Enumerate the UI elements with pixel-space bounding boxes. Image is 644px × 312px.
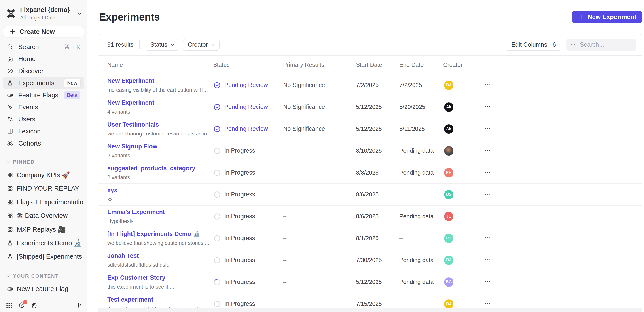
section-header-pinned[interactable]: PINNED	[0, 159, 87, 165]
creator-avatar: Ak	[444, 102, 454, 112]
sidebar-item-cohorts[interactable]: Cohorts	[3, 137, 84, 149]
notification-dot	[23, 300, 27, 304]
experiment-name-link[interactable]: New Signup Flow	[107, 143, 210, 150]
experiment-name-link[interactable]: xyx	[107, 187, 210, 194]
filter-label: Status	[150, 41, 168, 48]
sidebar-item-label: Users	[18, 116, 80, 123]
status-filter-button[interactable]: Status	[146, 39, 179, 51]
apps-grid-button[interactable]	[5, 302, 12, 310]
sidebar-pinned-item[interactable]: Company KPIs 🚀	[0, 168, 87, 182]
sidebar-item-users[interactable]: Users	[3, 113, 84, 125]
end-date-value: Pending data	[399, 279, 443, 286]
sidebar-item-label: Lexicon	[18, 128, 80, 135]
create-new-button[interactable]: Create New	[3, 26, 84, 37]
apps-icon	[5, 302, 12, 309]
sidebar-pinned-item[interactable]: Experiments Demo 🔬	[0, 236, 87, 250]
sidebar-item-discover[interactable]: Discover	[3, 65, 84, 77]
row-menu-button[interactable]	[482, 299, 492, 309]
experiment-name-link[interactable]: Emma's Experiment	[107, 209, 210, 216]
edit-columns-button[interactable]: Edit Columns · 6	[506, 39, 562, 51]
spinner-icon	[213, 278, 221, 286]
end-date-value: –	[399, 235, 443, 242]
experiment-name-link[interactable]: Exp Customer Story	[107, 274, 210, 281]
filter-label: Creator	[188, 41, 208, 48]
creator-initials: BG	[446, 280, 452, 284]
experiment-name-link[interactable]: [In Flight] Experiments Demo 🔬	[107, 230, 210, 237]
column-header-end-date[interactable]: End Date	[399, 61, 443, 68]
sidebar-item-lexicon[interactable]: Lexicon	[3, 125, 84, 137]
row-menu-button[interactable]	[482, 124, 492, 134]
sidebar-pinned-item[interactable]: FIND YOUR REPLAY	[0, 182, 87, 195]
experiment-name-link[interactable]: New Experiment	[107, 99, 210, 106]
plus-icon	[9, 28, 16, 35]
row-menu-button[interactable]	[482, 102, 492, 112]
experiment-description: xx	[107, 196, 210, 202]
sidebar-item-home[interactable]: Home	[3, 53, 84, 65]
creator-avatar	[444, 146, 454, 156]
table-search[interactable]	[566, 39, 636, 51]
sidebar-item-feature-flags[interactable]: Feature Flags Beta	[3, 89, 84, 101]
row-menu-button[interactable]	[482, 189, 492, 199]
column-header-start-date[interactable]: Start Date	[356, 61, 399, 68]
search-input[interactable]	[580, 41, 632, 48]
sidebar-item-experiments[interactable]: Experiments New	[3, 77, 84, 89]
experiment-name-link[interactable]: User Testimonials	[107, 121, 210, 128]
status-label: In Progress	[224, 279, 255, 286]
experiments-panel: 91 results Status Creator Edit Columns ·…	[98, 34, 642, 312]
sidebar-pinned-item[interactable]: 🛠 Data Overview	[0, 209, 87, 222]
section-header-your-content[interactable]: YOUR CONTENT	[0, 273, 87, 279]
creator-initials: RJ	[446, 258, 452, 263]
row-menu-button[interactable]	[482, 255, 492, 265]
creator-filter-button[interactable]: Creator	[183, 39, 220, 51]
settings-icon	[31, 302, 38, 309]
creator-avatar: DJ	[444, 299, 454, 309]
creator-avatar: DJ	[444, 81, 454, 90]
creator-avatar: RJ	[444, 256, 454, 265]
experiment-name-link[interactable]: Test experiment	[107, 296, 210, 303]
sidebar-pinned-item[interactable]: New Feature Flag	[0, 282, 87, 296]
sidebar-pinned-item[interactable]: [Shipped] Experiments Demo 🖊	[0, 250, 87, 263]
column-header-name[interactable]: Name	[107, 61, 213, 68]
collapse-sidebar-button[interactable]	[77, 302, 84, 309]
page-title: Experiments	[99, 11, 160, 23]
column-header-creator[interactable]: Creator	[443, 61, 479, 68]
row-menu-button[interactable]	[482, 80, 492, 90]
table-row: suggested_products_category 2 variants I…	[98, 162, 642, 184]
status-cell: In Progress	[213, 147, 283, 155]
table-row: New Experiment 4 variants Pending Review…	[98, 96, 642, 118]
sidebar-pinned-item[interactable]: MXP Replays 🎥	[0, 222, 87, 236]
experiment-name-link[interactable]: suggested_products_category	[107, 165, 210, 172]
table-row: Jonah Test sdfdsfdsfsdfdffdfdsfsdfdsfd I…	[98, 249, 642, 271]
project-switcher[interactable]: Fixpanel {demo} All Project Data	[0, 0, 87, 24]
status-label: In Progress	[224, 257, 255, 264]
row-menu-button[interactable]	[482, 277, 492, 287]
start-date-value: 5/12/2025	[356, 104, 399, 111]
row-menu-button[interactable]	[482, 146, 492, 156]
table-row: [In Flight] Experiments Demo 🔬 we believ…	[98, 227, 642, 249]
table-header-row: Name Status Primary Results Start Date E…	[98, 55, 642, 74]
creator-initials: DJ	[446, 302, 452, 306]
row-menu-button[interactable]	[482, 233, 492, 243]
table-row: New Signup Flow 2 variants In Progress –…	[98, 140, 642, 162]
board-icon	[7, 199, 14, 205]
column-header-status[interactable]: Status	[213, 61, 283, 68]
new-experiment-button[interactable]: New Experiment	[572, 11, 642, 23]
table-scrollbar-track[interactable]	[98, 308, 642, 312]
column-header-primary-results[interactable]: Primary Results	[283, 61, 356, 68]
sidebar-item-events[interactable]: Events	[3, 101, 84, 113]
beta-badge: Beta	[64, 91, 80, 99]
pinned-item-label: MXP Replays 🎥	[17, 226, 84, 233]
row-menu-button[interactable]	[482, 167, 492, 178]
experiment-name-link[interactable]: New Experiment	[107, 77, 210, 84]
experiment-name-link[interactable]: Jonah Test	[107, 252, 210, 259]
help-button[interactable]	[18, 302, 25, 309]
settings-button[interactable]	[31, 302, 38, 309]
new-experiment-label: New Experiment	[588, 13, 636, 20]
board-icon	[7, 212, 14, 219]
row-menu-button[interactable]	[482, 211, 492, 221]
creator-initials: DJ	[446, 83, 452, 88]
sidebar-pinned-item[interactable]: Flags + Experimentation Demo ,	[0, 195, 87, 209]
end-date-value: 8/11/2025	[399, 126, 443, 132]
sidebar-item-search[interactable]: Search ⌘ + K	[3, 41, 84, 53]
start-date-value: 8/8/2025	[356, 169, 399, 176]
